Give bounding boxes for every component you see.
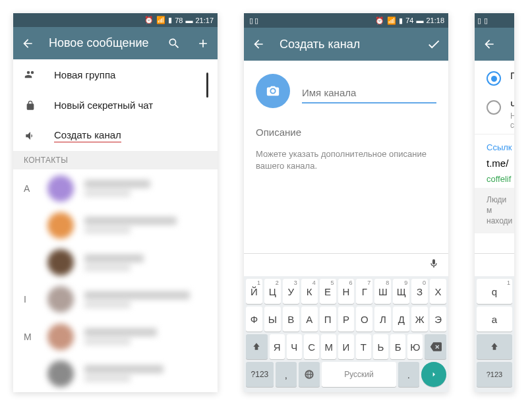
contact-row[interactable]: А xyxy=(13,169,218,206)
channel-photo-button[interactable] xyxy=(256,74,290,108)
radio-icon xyxy=(487,100,501,115)
key[interactable]: Ы xyxy=(264,307,281,332)
page-title: Создать канал xyxy=(280,38,413,51)
key-shift[interactable] xyxy=(477,334,512,359)
menu-label: Создать канал xyxy=(54,129,121,142)
keyboard-row-3: ЯЧСМИТЬБЮ xyxy=(244,332,448,359)
status-bar: ▯ ▯ ⏰ 📶 ▮ 74 ▬ 21:18 xyxy=(244,13,448,28)
link-prefix: t.me/ xyxy=(487,158,508,169)
key[interactable]: Ю xyxy=(407,334,423,359)
radio-title: Ча xyxy=(510,99,514,110)
link-label: Ссылк xyxy=(487,142,502,152)
contact-row[interactable]: М xyxy=(13,318,218,355)
channel-name-input[interactable] xyxy=(302,83,436,103)
wifi-icon: 📶 xyxy=(156,16,165,24)
key-backspace[interactable] xyxy=(425,334,446,359)
key[interactable]: Л xyxy=(374,307,391,332)
key[interactable]: Щ9 xyxy=(393,279,409,304)
key-num[interactable]: ?123 xyxy=(477,362,512,387)
confirm-button[interactable] xyxy=(426,36,442,52)
avatar xyxy=(47,175,74,202)
key[interactable]: К4 xyxy=(301,279,318,304)
key[interactable]: М xyxy=(321,334,336,359)
key[interactable]: Ш8 xyxy=(374,279,391,304)
compose-button[interactable] xyxy=(195,36,211,51)
key[interactable]: Ф xyxy=(246,307,262,332)
status-bar: ▯ ▯ xyxy=(475,13,514,28)
key-num[interactable]: ?123 xyxy=(246,362,274,387)
key[interactable]: Т xyxy=(356,334,371,359)
key[interactable]: З0 xyxy=(411,279,428,304)
key[interactable]: Н6 xyxy=(338,279,355,304)
key[interactable]: С xyxy=(304,334,319,359)
menu-label: Новая группа xyxy=(54,69,115,80)
menu-secret-chat[interactable]: Новый секретный чат xyxy=(13,90,218,121)
key[interactable]: Г7 xyxy=(356,279,372,304)
signal-icon: ▮ xyxy=(168,16,172,24)
key[interactable]: П xyxy=(320,307,336,332)
scrollbar[interactable] xyxy=(206,73,208,98)
keyboard-row-bottom: ?123 , Русский . xyxy=(244,359,448,390)
back-button[interactable] xyxy=(251,36,266,52)
index-letter: І xyxy=(24,294,37,305)
app-bar xyxy=(475,28,514,61)
key[interactable]: А xyxy=(301,307,318,332)
menu-new-group[interactable]: Новая группа xyxy=(13,59,218,90)
avatar xyxy=(47,212,74,239)
mic-icon[interactable] xyxy=(429,258,439,272)
battery-text: 78 xyxy=(175,16,183,24)
key[interactable]: Ц2 xyxy=(264,279,281,304)
key[interactable]: Я xyxy=(270,334,285,359)
lock-icon xyxy=(24,100,37,111)
key[interactable]: В xyxy=(283,307,299,332)
sim-icon: ▯ xyxy=(484,16,488,25)
back-button[interactable] xyxy=(20,36,36,51)
key[interactable]: Б xyxy=(390,334,405,359)
key-period[interactable]: . xyxy=(398,362,419,387)
index-letter: А xyxy=(24,183,37,194)
sim-icon: ▯ xyxy=(249,16,253,25)
avatar xyxy=(47,286,74,312)
key[interactable]: 1q xyxy=(477,279,512,304)
search-button[interactable] xyxy=(166,36,182,51)
key-enter[interactable] xyxy=(421,362,446,387)
contact-row[interactable] xyxy=(13,355,218,392)
key[interactable]: Й1 xyxy=(246,279,262,304)
contact-row[interactable]: І xyxy=(13,281,218,318)
key[interactable]: Ж xyxy=(411,307,428,332)
app-bar: Создать канал xyxy=(244,28,448,61)
app-bar: Новое сообщение xyxy=(13,27,218,59)
alarm-icon: ⏰ xyxy=(375,16,384,25)
menu-create-channel[interactable]: Создать канал xyxy=(13,121,218,152)
key[interactable]: Д xyxy=(393,307,409,332)
screen-channel-type: ▯ ▯ Пу Ча На сс Ссылк t.me/ coffelif Люд… xyxy=(475,13,514,392)
contacts-header: КОНТАКТЫ xyxy=(13,151,218,169)
key-lang[interactable] xyxy=(299,362,320,387)
key[interactable]: Е5 xyxy=(320,279,336,304)
key[interactable]: Э xyxy=(430,307,446,332)
contact-row[interactable] xyxy=(13,207,218,244)
battery-text: 74 xyxy=(405,16,413,24)
clock: 21:17 xyxy=(195,16,214,24)
key[interactable]: И xyxy=(338,334,353,359)
key[interactable]: Ь xyxy=(373,334,388,359)
key-space[interactable]: Русский xyxy=(322,362,396,387)
channel-description-input[interactable] xyxy=(256,124,436,140)
key[interactable]: У3 xyxy=(283,279,299,304)
avatar xyxy=(47,361,74,387)
screen-create-channel: ▯ ▯ ⏰ 📶 ▮ 74 ▬ 21:18 Создать канал Может… xyxy=(244,13,448,392)
contact-row[interactable] xyxy=(13,244,218,281)
key-shift[interactable] xyxy=(246,334,268,359)
key-comma[interactable]: , xyxy=(276,362,297,387)
radio-private[interactable]: Ча На сс xyxy=(475,90,514,134)
key[interactable]: Ч xyxy=(287,334,302,359)
signal-icon: ▮ xyxy=(399,16,403,25)
key[interactable]: Р xyxy=(338,307,355,332)
keyboard-row-1: Й1Ц2У3К4Е5Н6Г7Ш8Щ9З0Х xyxy=(244,276,448,304)
radio-public[interactable]: Пу xyxy=(475,61,514,90)
key[interactable]: О xyxy=(356,307,372,332)
back-button[interactable] xyxy=(481,36,497,52)
key[interactable]: a xyxy=(477,307,512,332)
key[interactable]: Х xyxy=(430,279,446,304)
alarm-icon: ⏰ xyxy=(144,16,154,24)
